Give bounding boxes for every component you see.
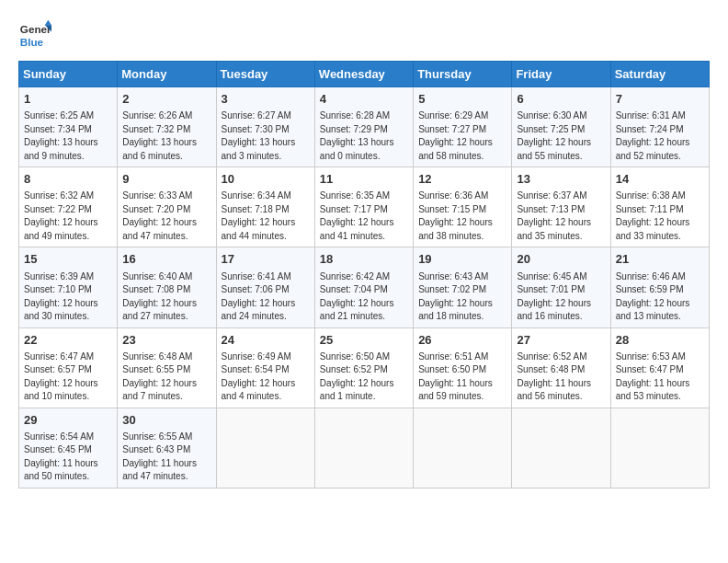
day-number: 27 <box>517 332 605 349</box>
day-cell: 10Sunrise: 6:34 AM Sunset: 7:18 PM Dayli… <box>216 167 314 247</box>
day-number: 7 <box>616 91 704 108</box>
week-row-5: 29Sunrise: 6:54 AM Sunset: 6:45 PM Dayli… <box>19 408 710 488</box>
day-info: Sunrise: 6:29 AM Sunset: 7:27 PM Dayligh… <box>418 109 506 163</box>
day-cell: 21Sunrise: 6:46 AM Sunset: 6:59 PM Dayli… <box>610 247 709 327</box>
day-cell: 5Sunrise: 6:29 AM Sunset: 7:27 PM Daylig… <box>414 87 512 167</box>
week-row-3: 15Sunrise: 6:39 AM Sunset: 7:10 PM Dayli… <box>19 247 710 327</box>
day-number: 29 <box>24 412 112 429</box>
day-cell: 17Sunrise: 6:41 AM Sunset: 7:06 PM Dayli… <box>216 247 314 327</box>
day-info: Sunrise: 6:40 AM Sunset: 7:08 PM Dayligh… <box>122 270 210 324</box>
logo-icon: General Blue <box>18 18 51 52</box>
day-info: Sunrise: 6:37 AM Sunset: 7:13 PM Dayligh… <box>517 190 605 243</box>
day-number: 30 <box>122 412 210 429</box>
header-cell-sunday: Sunday <box>19 62 118 87</box>
day-number: 12 <box>418 171 506 188</box>
header-cell-friday: Friday <box>512 62 610 87</box>
day-cell: 9Sunrise: 6:33 AM Sunset: 7:20 PM Daylig… <box>118 167 216 247</box>
day-number: 17 <box>222 251 310 268</box>
day-number: 1 <box>24 91 112 108</box>
day-info: Sunrise: 6:32 AM Sunset: 7:22 PM Dayligh… <box>24 190 112 243</box>
day-cell: 6Sunrise: 6:30 AM Sunset: 7:25 PM Daylig… <box>512 87 610 167</box>
day-number: 20 <box>517 251 605 268</box>
day-info: Sunrise: 6:43 AM Sunset: 7:02 PM Dayligh… <box>418 270 506 324</box>
calendar-table: SundayMondayTuesdayWednesdayThursdayFrid… <box>18 61 710 488</box>
day-info: Sunrise: 6:25 AM Sunset: 7:34 PM Dayligh… <box>24 109 112 163</box>
day-cell: 8Sunrise: 6:32 AM Sunset: 7:22 PM Daylig… <box>19 167 118 247</box>
day-number: 23 <box>122 332 210 349</box>
day-cell: 18Sunrise: 6:42 AM Sunset: 7:04 PM Dayli… <box>314 247 413 327</box>
day-cell: 29Sunrise: 6:54 AM Sunset: 6:45 PM Dayli… <box>19 408 118 488</box>
page-header: General Blue <box>18 18 710 52</box>
day-cell: 24Sunrise: 6:49 AM Sunset: 6:54 PM Dayli… <box>216 327 314 408</box>
day-cell: 22Sunrise: 6:47 AM Sunset: 6:57 PM Dayli… <box>19 327 118 408</box>
day-info: Sunrise: 6:39 AM Sunset: 7:10 PM Dayligh… <box>24 270 112 324</box>
day-cell: 26Sunrise: 6:51 AM Sunset: 6:50 PM Dayli… <box>414 327 512 408</box>
day-info: Sunrise: 6:31 AM Sunset: 7:24 PM Dayligh… <box>616 109 704 163</box>
day-info: Sunrise: 6:35 AM Sunset: 7:17 PM Dayligh… <box>320 190 408 243</box>
day-info: Sunrise: 6:42 AM Sunset: 7:04 PM Dayligh… <box>320 270 408 324</box>
day-cell: 19Sunrise: 6:43 AM Sunset: 7:02 PM Dayli… <box>414 247 512 327</box>
day-cell <box>216 408 314 488</box>
day-info: Sunrise: 6:30 AM Sunset: 7:25 PM Dayligh… <box>517 109 605 163</box>
header-cell-tuesday: Tuesday <box>216 62 314 87</box>
day-cell: 25Sunrise: 6:50 AM Sunset: 6:52 PM Dayli… <box>314 327 413 408</box>
header-cell-thursday: Thursday <box>414 62 512 87</box>
day-number: 10 <box>222 171 310 188</box>
day-cell: 1Sunrise: 6:25 AM Sunset: 7:34 PM Daylig… <box>19 87 118 167</box>
day-number: 14 <box>616 171 704 188</box>
day-cell: 13Sunrise: 6:37 AM Sunset: 7:13 PM Dayli… <box>512 167 610 247</box>
day-number: 4 <box>320 91 408 108</box>
day-info: Sunrise: 6:53 AM Sunset: 6:47 PM Dayligh… <box>616 350 704 404</box>
header-cell-wednesday: Wednesday <box>314 62 413 87</box>
day-info: Sunrise: 6:28 AM Sunset: 7:29 PM Dayligh… <box>320 109 408 163</box>
day-info: Sunrise: 6:38 AM Sunset: 7:11 PM Dayligh… <box>616 190 704 243</box>
day-info: Sunrise: 6:34 AM Sunset: 7:18 PM Dayligh… <box>222 190 310 243</box>
day-cell: 7Sunrise: 6:31 AM Sunset: 7:24 PM Daylig… <box>610 87 709 167</box>
day-info: Sunrise: 6:36 AM Sunset: 7:15 PM Dayligh… <box>418 190 506 243</box>
day-info: Sunrise: 6:48 AM Sunset: 6:55 PM Dayligh… <box>122 350 210 404</box>
day-cell: 16Sunrise: 6:40 AM Sunset: 7:08 PM Dayli… <box>118 247 216 327</box>
day-info: Sunrise: 6:47 AM Sunset: 6:57 PM Dayligh… <box>24 350 112 404</box>
day-number: 11 <box>320 171 408 188</box>
day-number: 5 <box>418 91 506 108</box>
day-cell: 15Sunrise: 6:39 AM Sunset: 7:10 PM Dayli… <box>19 247 118 327</box>
day-cell <box>414 408 512 488</box>
day-info: Sunrise: 6:26 AM Sunset: 7:32 PM Dayligh… <box>122 109 210 163</box>
day-number: 24 <box>222 332 310 349</box>
day-number: 13 <box>517 171 605 188</box>
day-number: 9 <box>122 171 210 188</box>
day-number: 16 <box>122 251 210 268</box>
day-number: 2 <box>122 91 210 108</box>
day-cell: 2Sunrise: 6:26 AM Sunset: 7:32 PM Daylig… <box>118 87 216 167</box>
day-number: 25 <box>320 332 408 349</box>
day-cell: 14Sunrise: 6:38 AM Sunset: 7:11 PM Dayli… <box>610 167 709 247</box>
day-cell <box>314 408 413 488</box>
day-cell: 27Sunrise: 6:52 AM Sunset: 6:48 PM Dayli… <box>512 327 610 408</box>
week-row-1: 1Sunrise: 6:25 AM Sunset: 7:34 PM Daylig… <box>19 87 710 167</box>
day-cell: 28Sunrise: 6:53 AM Sunset: 6:47 PM Dayli… <box>610 327 709 408</box>
day-cell: 3Sunrise: 6:27 AM Sunset: 7:30 PM Daylig… <box>216 87 314 167</box>
day-cell: 11Sunrise: 6:35 AM Sunset: 7:17 PM Dayli… <box>314 167 413 247</box>
day-cell: 4Sunrise: 6:28 AM Sunset: 7:29 PM Daylig… <box>314 87 413 167</box>
day-cell: 12Sunrise: 6:36 AM Sunset: 7:15 PM Dayli… <box>414 167 512 247</box>
week-row-2: 8Sunrise: 6:32 AM Sunset: 7:22 PM Daylig… <box>19 167 710 247</box>
week-row-4: 22Sunrise: 6:47 AM Sunset: 6:57 PM Dayli… <box>19 327 710 408</box>
day-number: 28 <box>616 332 704 349</box>
day-info: Sunrise: 6:50 AM Sunset: 6:52 PM Dayligh… <box>320 350 408 404</box>
day-cell: 23Sunrise: 6:48 AM Sunset: 6:55 PM Dayli… <box>118 327 216 408</box>
day-info: Sunrise: 6:33 AM Sunset: 7:20 PM Dayligh… <box>122 190 210 243</box>
day-info: Sunrise: 6:51 AM Sunset: 6:50 PM Dayligh… <box>418 350 506 404</box>
day-info: Sunrise: 6:54 AM Sunset: 6:45 PM Dayligh… <box>24 431 112 484</box>
day-number: 8 <box>24 171 112 188</box>
day-cell: 30Sunrise: 6:55 AM Sunset: 6:43 PM Dayli… <box>118 408 216 488</box>
day-number: 6 <box>517 91 605 108</box>
day-number: 22 <box>24 332 112 349</box>
day-number: 26 <box>418 332 506 349</box>
day-number: 3 <box>222 91 310 108</box>
day-info: Sunrise: 6:45 AM Sunset: 7:01 PM Dayligh… <box>517 270 605 324</box>
day-number: 21 <box>616 251 704 268</box>
day-info: Sunrise: 6:52 AM Sunset: 6:48 PM Dayligh… <box>517 350 605 404</box>
day-cell <box>512 408 610 488</box>
day-number: 15 <box>24 251 112 268</box>
day-info: Sunrise: 6:55 AM Sunset: 6:43 PM Dayligh… <box>122 431 210 484</box>
